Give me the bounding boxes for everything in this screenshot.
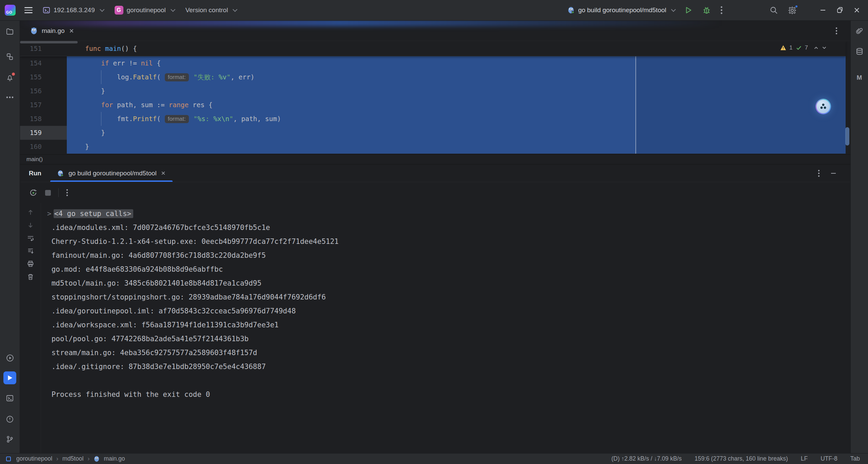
problems-tool-button[interactable]	[3, 413, 16, 426]
indent-guide	[101, 70, 101, 84]
line-number[interactable]: 155	[20, 70, 67, 84]
console-line[interactable]: Cherry-Studio-1.2.1-x64-setup.exe: 0eecb…	[47, 234, 850, 248]
console-line[interactable]: .idea/modules.xml: 7d0072a46767bcfce3c51…	[47, 220, 850, 234]
minimize-button[interactable]	[819, 6, 827, 14]
rerun-button[interactable]	[29, 188, 38, 197]
encoding-indicator[interactable]: UTF-8	[821, 455, 837, 462]
close-run-tab-icon[interactable]	[161, 171, 166, 176]
ai-assistant-tool-button[interactable]	[853, 25, 866, 38]
crumb-file[interactable]: main.go	[104, 455, 125, 462]
caret-position-indicator[interactable]: 159:6 (2773 chars, 160 line breaks)	[694, 455, 788, 462]
inspections-widget[interactable]: 1 7	[780, 44, 827, 51]
code-line-160[interactable]: 160}	[20, 140, 846, 154]
console-line[interactable]: .idea/goroutinepool.iml: af70d5843c32cce…	[47, 304, 850, 318]
git-tool-button[interactable]	[3, 433, 16, 446]
database-tool-button[interactable]	[853, 45, 866, 58]
fold-expand-icon[interactable]: >	[47, 210, 52, 218]
console-line[interactable]: faninout/main.go: 4a6d807708f36c718d83c2…	[47, 248, 850, 262]
console-line[interactable]: .idea/workspace.xml: f56aa187194f1de1139…	[47, 318, 850, 332]
code-line-156[interactable]: 156 }	[20, 84, 846, 98]
settings-button[interactable]	[788, 6, 797, 15]
clear-console-button[interactable]	[25, 272, 36, 282]
ai-assistant-floating-button[interactable]	[815, 99, 831, 114]
code-text[interactable]: for path, sum := range res {	[67, 98, 846, 112]
next-occurrence-button[interactable]	[25, 220, 36, 230]
indent-style-indicator[interactable]: Tab	[850, 455, 860, 462]
console-line[interactable]: stream/main.go: 4eba356c92757577a2589603…	[47, 346, 850, 360]
line-number[interactable]: 160	[20, 140, 67, 154]
right-tool-stripe: M	[850, 21, 868, 453]
close-window-button[interactable]	[853, 6, 861, 14]
line-number[interactable]: 159	[20, 126, 67, 140]
run-panel-more-button[interactable]	[818, 169, 820, 177]
console-line[interactable]: stoppingshort/stoppingshort.go: 28939adb…	[47, 290, 850, 304]
console-exit-line[interactable]: Process finished with the exit code 0	[47, 387, 850, 401]
tab-scrollbar[interactable]	[20, 41, 78, 43]
console-line[interactable]: pool/pool.go: 47742268ba2ade5a41e57f2144…	[47, 332, 850, 346]
code-line-151[interactable]: 151func main() {	[20, 41, 846, 56]
network-speed-indicator[interactable]: (D) ↑2.82 kB/s / ↓7.09 kB/s	[611, 455, 682, 462]
code-text[interactable]: }	[67, 140, 846, 154]
scroll-to-end-button[interactable]	[25, 246, 36, 256]
code-line-157[interactable]: 157 for path, sum := range res {	[20, 98, 846, 112]
code-text[interactable]: func main() {	[67, 41, 846, 56]
notifications-bell-button[interactable]	[3, 71, 16, 84]
remote-host-selector[interactable]: 192.168.3.249	[41, 4, 104, 16]
code-text[interactable]: }	[67, 126, 846, 140]
editor-tab-main-go[interactable]: main.go	[20, 21, 80, 41]
close-tab-icon[interactable]	[69, 28, 74, 34]
code-text[interactable]: }	[67, 84, 846, 98]
run-tab[interactable]: go build goroutinepool/md5tool	[50, 165, 173, 182]
project-tool-button[interactable]	[3, 25, 16, 38]
line-number[interactable]: 158	[20, 112, 67, 126]
run-button[interactable]	[684, 6, 693, 15]
code-editor[interactable]: 151func main() {154 if err != nil {155 l…	[20, 41, 850, 154]
run-tool-button[interactable]	[3, 371, 16, 384]
prev-occurrence-button[interactable]	[25, 207, 36, 217]
stop-button[interactable]	[45, 190, 51, 196]
next-problem-icon[interactable]	[822, 45, 827, 50]
services-tool-button[interactable]	[3, 351, 16, 364]
breadcrumb-scope[interactable]: main()	[26, 156, 43, 163]
structure-tool-button[interactable]	[3, 50, 16, 63]
line-number[interactable]: 156	[20, 84, 67, 98]
more-actions-button[interactable]	[721, 6, 723, 15]
line-number[interactable]: 157	[20, 98, 67, 112]
console-line[interactable]: md5tool/main.go: 3485c6b8021401e8b84d817…	[47, 276, 850, 290]
project-selector[interactable]: G goroutinepool	[113, 4, 175, 17]
soft-wrap-button[interactable]	[25, 233, 36, 243]
makefile-tool-button[interactable]: M	[853, 71, 866, 84]
code-line-154[interactable]: 154 if err != nil {	[20, 56, 846, 70]
print-button[interactable]	[25, 259, 36, 269]
terminal-tool-button[interactable]	[3, 392, 16, 405]
editor-vertical-scrollbar[interactable]	[845, 127, 849, 146]
fold-marker[interactable]: <4 go setup calls>	[54, 209, 134, 218]
main-menu-button[interactable]	[24, 7, 33, 13]
console-line[interactable]: go.mod: e44f8ae683306a924b08b8d9e6abffbc	[47, 262, 850, 276]
code-line-159[interactable]: 159 }	[20, 126, 846, 140]
status-breadcrumbs[interactable]: goroutinepool › md5tool › main.go	[6, 455, 125, 462]
console-folded-line[interactable]: ><4 go setup calls>	[47, 207, 850, 220]
code-text[interactable]: if err != nil {	[67, 56, 846, 70]
run-configuration-selector[interactable]: go build goroutinepool/md5tool	[567, 6, 674, 14]
crumb-package[interactable]: md5tool	[62, 455, 83, 462]
tab-list-more-button[interactable]	[835, 27, 837, 35]
restore-window-button[interactable]	[836, 6, 844, 14]
console-more-button[interactable]	[66, 189, 68, 197]
code-text[interactable]: log.Fatalf( format: "失败: %v", err)	[67, 70, 846, 84]
console-line[interactable]: .idea/.gitignore: 87b38d3e7e1bdb28950c7e…	[47, 360, 850, 373]
code-line-158[interactable]: 158 fmt.Printf( format: "%s: %x\n", path…	[20, 112, 846, 126]
debug-button[interactable]	[702, 6, 711, 15]
code-line-155[interactable]: 155 log.Fatalf( format: "失败: %v", err)	[20, 70, 846, 84]
crumb-project[interactable]: goroutinepool	[16, 455, 52, 462]
prev-problem-icon[interactable]	[814, 45, 818, 50]
hide-panel-button[interactable]	[830, 170, 837, 177]
version-control-menu[interactable]: Version control	[184, 4, 238, 16]
code-text[interactable]: fmt.Printf( format: "%s: %x\n", path, su…	[67, 112, 846, 126]
editor-breadcrumb-bar: main()	[20, 154, 850, 164]
console-output[interactable]: ><4 go setup calls> .idea/modules.xml: 7…	[41, 203, 850, 453]
search-everywhere-button[interactable]	[769, 6, 778, 15]
line-ending-indicator[interactable]: LF	[801, 455, 808, 462]
more-tool-windows-button[interactable]	[3, 91, 16, 104]
line-number[interactable]: 154	[20, 56, 67, 70]
